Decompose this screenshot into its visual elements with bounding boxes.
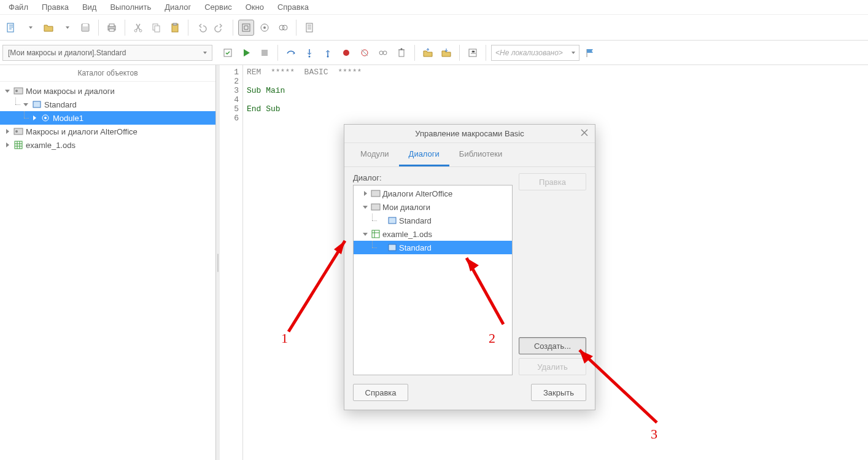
spreadsheet-icon: [14, 140, 23, 150]
help-button[interactable]: Справка: [353, 384, 408, 401]
svg-point-22: [343, 50, 349, 56]
step-over-button[interactable]: [283, 45, 299, 61]
svg-rect-9: [155, 26, 160, 32]
dialog-tree[interactable]: Диалоги AlterOffice Мои диалоги Standard: [353, 185, 513, 375]
print-button[interactable]: [104, 20, 120, 36]
tab-dialogs[interactable]: Диалоги: [399, 143, 449, 166]
svg-point-16: [282, 25, 287, 30]
tab-modules[interactable]: Модули: [351, 143, 399, 166]
breakpoint-off-button[interactable]: [357, 45, 373, 61]
step-into-button[interactable]: [301, 45, 317, 61]
open-dropdown[interactable]: [59, 20, 75, 36]
tab-libraries[interactable]: Библиотеки: [449, 143, 512, 166]
delete-button[interactable]: Удалить: [519, 358, 586, 375]
main-toolbar-row: [0, 15, 868, 41]
svg-rect-17: [306, 23, 312, 32]
svg-point-20: [309, 55, 311, 57]
menu-run[interactable]: Выполнить: [104, 1, 157, 14]
object-tree[interactable]: Мои макросы и диалоги Standard Module1 М…: [0, 82, 215, 460]
open-button[interactable]: [41, 20, 56, 36]
import-dialog-button[interactable]: [465, 45, 481, 61]
menu-dialog[interactable]: Диалог: [158, 1, 197, 14]
tree-label: Module1: [53, 114, 83, 123]
tree-label: Мои диалоги: [382, 203, 430, 212]
library-icon: [387, 216, 397, 225]
svg-rect-40: [389, 244, 396, 251]
dialog-tree-label: Диалог:: [353, 173, 513, 182]
sidebar-title: Каталог объектов: [0, 65, 215, 82]
svg-rect-26: [399, 50, 404, 57]
menu-view[interactable]: Вид: [76, 1, 103, 14]
close-button[interactable]: Закрыть: [531, 384, 586, 401]
object-catalog-button[interactable]: [238, 20, 254, 36]
svg-rect-5: [109, 29, 114, 31]
spreadsheet-icon: [371, 229, 381, 239]
svg-rect-39: [372, 230, 379, 238]
new-doc-button[interactable]: [4, 20, 20, 36]
select-macro-button[interactable]: [257, 20, 273, 36]
step-out-button[interactable]: [320, 45, 336, 61]
library-combo-value: [Мои макросы и диалоги].Standard: [8, 49, 126, 57]
delete-watch-button[interactable]: [393, 45, 409, 61]
svg-point-29: [15, 90, 18, 92]
tree-alteroffice-macros[interactable]: Макросы и диалоги AlterOffice: [0, 125, 215, 138]
run-button[interactable]: [238, 45, 254, 61]
svg-rect-19: [262, 50, 268, 56]
macros-manager-dialog: Управление макросами Basic Модули Диалог…: [344, 124, 595, 410]
dlg-tree-alteroffice[interactable]: Диалоги AlterOffice: [354, 187, 512, 200]
macros-icon: [14, 86, 23, 96]
save-button[interactable]: [77, 20, 93, 36]
object-catalog-sidebar: Каталог объектов Мои макросы и диалоги S…: [0, 65, 216, 460]
watch-button[interactable]: [375, 45, 391, 61]
doc-props-button[interactable]: [301, 20, 317, 36]
tree-module1[interactable]: Module1: [0, 111, 215, 125]
undo-button[interactable]: [193, 20, 209, 36]
dialog-title: Управление макросами Basic: [415, 129, 524, 138]
macros-icon: [371, 202, 381, 212]
new-doc-dropdown[interactable]: [22, 20, 38, 36]
menu-edit[interactable]: Правка: [36, 1, 75, 14]
macros-icon: [14, 127, 23, 136]
paste-button[interactable]: [167, 20, 183, 36]
tree-example-ods[interactable]: examle_1.ods: [0, 138, 215, 152]
cut-button[interactable]: [130, 20, 146, 36]
tree-label: Standard: [44, 100, 77, 109]
dlg-tree-my-dialogs[interactable]: Мои диалоги: [354, 200, 512, 214]
library-icon: [387, 243, 397, 252]
dialog-titlebar[interactable]: Управление макросами Basic: [344, 125, 595, 143]
menu-help[interactable]: Справка: [271, 1, 315, 14]
load-source-button[interactable]: [420, 45, 436, 61]
svg-rect-37: [371, 204, 380, 210]
dlg-tree-example-std[interactable]: Standard: [354, 241, 512, 254]
svg-rect-2: [83, 24, 88, 26]
menubar: Файл Правка Вид Выполнить Диалог Сервис …: [0, 0, 868, 15]
menu-window[interactable]: Окно: [239, 1, 270, 14]
svg-rect-4: [109, 24, 114, 26]
svg-rect-38: [389, 217, 396, 224]
tree-label: Диалоги AlterOffice: [382, 189, 452, 198]
breakpoint-on-button[interactable]: [338, 45, 354, 61]
tree-label: Макросы и диалоги AlterOffice: [26, 127, 138, 136]
dlg-tree-my-std[interactable]: Standard: [354, 214, 512, 227]
close-icon[interactable]: [580, 128, 590, 138]
flag-icon[interactable]: [582, 45, 598, 61]
tree-label: Standard: [399, 216, 432, 225]
tree-my-macros[interactable]: Мои макросы и диалоги: [0, 84, 215, 98]
compile-button[interactable]: [220, 45, 236, 61]
save-source-button[interactable]: [438, 45, 454, 61]
svg-point-7: [139, 29, 142, 32]
menu-file[interactable]: Файл: [2, 1, 34, 14]
choose-module-button[interactable]: [275, 20, 291, 36]
stop-button[interactable]: [257, 45, 273, 61]
library-combo[interactable]: [Мои макросы и диалоги].Standard: [2, 45, 212, 61]
copy-button[interactable]: [149, 20, 165, 36]
create-button[interactable]: Создать...: [519, 337, 586, 354]
localization-combo[interactable]: <Не локализовано>: [491, 45, 579, 61]
svg-rect-35: [15, 141, 22, 149]
menu-tools[interactable]: Сервис: [198, 1, 238, 14]
tree-standard[interactable]: Standard: [0, 98, 215, 111]
tree-label: examle_1.ods: [382, 230, 432, 239]
edit-button[interactable]: Правка: [519, 173, 586, 190]
redo-button[interactable]: [212, 20, 228, 36]
dlg-tree-example-ods[interactable]: examle_1.ods: [354, 227, 512, 241]
